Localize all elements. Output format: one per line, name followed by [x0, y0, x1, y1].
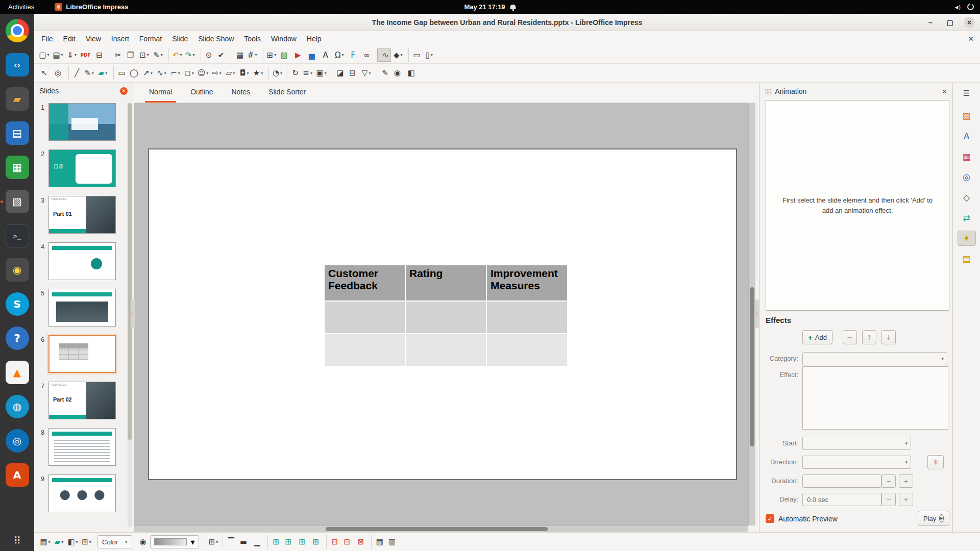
duration-increase-button[interactable]: + [899, 474, 913, 488]
master-slides-deck[interactable]: ▤ [958, 251, 976, 266]
dropdown-caret-icon[interactable]: ▾ [192, 53, 194, 57]
category-dropdown[interactable]: ▾ [802, 352, 947, 365]
new-document[interactable]: ▢▾ [37, 48, 51, 62]
tab-normal[interactable]: Normal [141, 83, 180, 103]
effect-listbox[interactable] [802, 366, 948, 430]
dropdown-caret-icon[interactable]: ▾ [151, 71, 153, 76]
properties-deck[interactable]: ▨ [958, 108, 976, 123]
dropdown-caret-icon[interactable]: ▾ [310, 71, 312, 76]
effect-options-button[interactable]: ✳ [927, 455, 944, 469]
app-help[interactable]: ? [6, 327, 29, 350]
menu-slide[interactable]: Slide [167, 33, 193, 45]
select-column[interactable]: ▥ [385, 535, 399, 548]
display-grid[interactable]: ▦ [232, 48, 246, 62]
menu-tools[interactable]: Tools [239, 33, 266, 45]
cut[interactable]: ✂ [110, 48, 124, 62]
insert-fontwork[interactable]: F [346, 48, 360, 62]
image-filter[interactable]: ▽▾ [359, 66, 373, 80]
slide-canvas[interactable]: Customer FeedbackRatingImprovement Measu… [148, 148, 737, 480]
dropdown-caret-icon[interactable]: ▾ [89, 540, 91, 544]
dropdown-caret-icon[interactable]: ▾ [431, 53, 433, 57]
borders[interactable]: ⊞▾ [80, 535, 93, 548]
align-objects[interactable]: ≡▾ [301, 66, 314, 80]
slide-thumbnail-1[interactable] [48, 103, 116, 141]
slide-transition-deck[interactable]: ⇄ [958, 210, 976, 226]
insert-line[interactable]: ╱ [68, 66, 82, 80]
duration-decrease-button[interactable]: − [881, 474, 896, 488]
print[interactable]: ⊟ [92, 48, 106, 62]
add-effect-button[interactable]: +Add [802, 330, 832, 344]
slide-thumbnail-6[interactable] [48, 335, 116, 373]
insert-hyperlink[interactable]: ∞ [360, 48, 374, 62]
align-bottom[interactable]: ▁ [250, 535, 264, 548]
dropdown-caret-icon[interactable]: ▾ [206, 71, 208, 76]
dropdown-caret-icon[interactable]: ▾ [369, 71, 371, 76]
menu-slide-show[interactable]: Slide Show [193, 33, 239, 45]
center-vertically[interactable]: ▬ [236, 535, 250, 548]
shapes-deck[interactable]: ◇ [958, 190, 976, 205]
app-blue-1[interactable]: ◍ [6, 395, 29, 418]
crop-image[interactable]: ⊟ [346, 66, 359, 80]
slide-row[interactable]: 9 [34, 474, 127, 512]
dropdown-caret-icon[interactable]: ▾ [247, 71, 249, 76]
app-files[interactable]: ▰ [6, 87, 29, 111]
move-effect-up-button[interactable]: ↑ [862, 330, 876, 344]
shadow[interactable]: ◪ [332, 66, 346, 80]
delay-increase-button[interactable]: + [899, 493, 913, 506]
area-fill[interactable]: ◉ [136, 535, 150, 548]
window-titlebar[interactable]: The Income Gap between Urban and Rural R… [34, 14, 980, 31]
table-cell[interactable] [324, 301, 405, 334]
slide-row[interactable]: 7 YOUR LOGO Part 02 [34, 382, 127, 419]
table-cell[interactable] [405, 334, 486, 366]
insert-row-below[interactable]: ⊞ [281, 535, 295, 548]
sl극ides-panel-close-icon[interactable]: ✕ [120, 87, 128, 95]
clone-formatting[interactable]: ✎▾ [151, 48, 165, 62]
move-effect-down-button[interactable]: ↓ [881, 330, 896, 344]
app-cheese[interactable]: ◉ [6, 258, 29, 282]
display-mode[interactable]: ▭ [408, 48, 422, 62]
dropdown-caret-icon[interactable]: ▾ [180, 53, 182, 57]
automatic-preview-option[interactable]: ✓ Automatic Preview [766, 514, 838, 523]
flowchart[interactable]: ▱▾ [224, 66, 237, 80]
direction-dropdown[interactable]: ▾ [802, 456, 911, 469]
table-cell[interactable] [324, 334, 405, 366]
sidebar-settings-icon[interactable]: ☰ [958, 86, 976, 101]
slide-table[interactable]: Customer FeedbackRatingImprovement Measu… [324, 264, 568, 367]
curves-polygons[interactable]: ∿▾ [155, 66, 168, 80]
minimize-button[interactable]: – [925, 17, 936, 28]
dropdown-caret-icon[interactable]: ▾ [216, 540, 218, 544]
undo[interactable]: ↶▾ [168, 48, 183, 62]
glue-points[interactable]: ◉ [390, 66, 404, 80]
dropdown-caret-icon[interactable]: ▾ [325, 71, 327, 76]
rectangle[interactable]: ▭ [113, 66, 127, 80]
dropdown-caret-icon[interactable]: ▾ [75, 53, 77, 57]
app-calc[interactable]: ▦ [6, 156, 29, 179]
insert-row-above[interactable]: ⊞ [267, 535, 281, 548]
lines-and-arrows[interactable]: ↗▾ [141, 66, 155, 80]
dropdown-caret-icon[interactable]: ▾ [341, 53, 344, 57]
ellipse[interactable]: ◯ [127, 66, 141, 80]
app-vscode[interactable]: ‹› [6, 53, 29, 77]
app-skype[interactable]: S [6, 292, 29, 316]
menu-format[interactable]: Format [134, 33, 167, 45]
tab-outline[interactable]: Outline [182, 83, 221, 103]
table-cell[interactable] [486, 334, 568, 366]
dropdown-caret-icon[interactable]: ▾ [105, 71, 107, 76]
show-draw-functions[interactable]: ∿ [377, 48, 391, 62]
app-software[interactable]: A [6, 463, 29, 487]
left-pane-splitter[interactable]: ⋮ [131, 299, 135, 328]
app-terminal[interactable]: >_ [6, 224, 29, 247]
slide-row[interactable]: 1 [34, 103, 127, 141]
delete-row[interactable]: ⊟ [326, 535, 340, 548]
shapes[interactable]: ◆▾ [391, 48, 405, 62]
dropdown-caret-icon[interactable]: ▾ [280, 71, 282, 76]
color-dropdown[interactable]: Color ▾ [97, 535, 132, 548]
app-vlc[interactable]: ▲ [6, 361, 29, 384]
insert-table[interactable]: ⊞▾ [263, 48, 278, 62]
table-fill-color[interactable]: ▰▾ [52, 535, 66, 548]
slide-row[interactable]: 2 目录 [34, 149, 127, 187]
dropdown-caret-icon[interactable]: ▾ [61, 540, 63, 544]
optimize-size[interactable]: ⊞▾ [205, 535, 219, 548]
vertical-scrollbar-thumb[interactable] [750, 287, 754, 446]
menu-file[interactable]: File [36, 33, 58, 45]
